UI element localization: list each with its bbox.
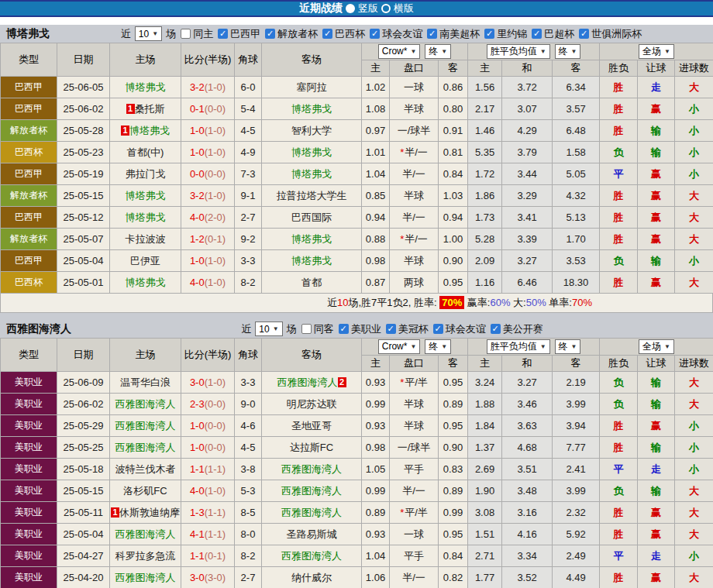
team-link[interactable]: 明尼苏达联 bbox=[287, 398, 337, 410]
league-filter-checkbox[interactable]: ✓世俱洲际杯 bbox=[579, 27, 643, 41]
league-filter-checkbox[interactable]: ✓南美超杯 bbox=[427, 27, 481, 41]
league-filter-checkbox[interactable]: ✓美冠杯 bbox=[386, 322, 430, 336]
scope-select[interactable]: 全场▼ bbox=[639, 44, 674, 59]
team-link[interactable]: 西雅图海湾人 bbox=[115, 420, 176, 432]
handicap-result-cell: 赢 bbox=[638, 415, 675, 437]
games-count-select[interactable]: 10▼ bbox=[255, 322, 282, 336]
checkbox-checked-icon[interactable]: ✓ bbox=[484, 29, 494, 39]
checkbox-checked-icon[interactable]: ✓ bbox=[265, 29, 275, 39]
team-link[interactable]: 西雅图海湾人 bbox=[277, 377, 338, 388]
team-link[interactable]: 西雅图海湾人 bbox=[115, 398, 176, 410]
team-link[interactable]: 首都 bbox=[301, 277, 322, 288]
checkbox-checked-icon[interactable]: ✓ bbox=[532, 29, 542, 39]
radio-unselected-icon[interactable] bbox=[381, 4, 391, 13]
checkbox-unchecked-icon[interactable] bbox=[181, 29, 191, 39]
team-link[interactable]: 巴伊亚 bbox=[130, 255, 160, 266]
team-link[interactable]: 达拉斯FC bbox=[290, 442, 333, 453]
team-link[interactable]: 智利大学 bbox=[291, 125, 332, 136]
team-link[interactable]: 圣路易斯城 bbox=[287, 528, 337, 540]
avg-win-cell: 2.71 bbox=[468, 545, 502, 567]
team-link[interactable]: 博塔弗戈 bbox=[291, 146, 332, 158]
league-filter-checkbox[interactable]: ✓巴超杯 bbox=[532, 27, 576, 41]
checkbox-checked-icon[interactable]: ✓ bbox=[427, 29, 437, 39]
team-link[interactable]: 卡拉波波 bbox=[126, 233, 166, 245]
header-col-away: 客场 bbox=[262, 43, 362, 77]
checkbox-checked-icon[interactable]: ✓ bbox=[339, 324, 349, 334]
team-link[interactable]: 西雅图海湾人 bbox=[115, 442, 176, 453]
checkbox-checked-icon[interactable]: ✓ bbox=[579, 29, 589, 39]
header-result-handicap: 让球 bbox=[638, 60, 675, 77]
team-link[interactable]: 桑托斯 bbox=[135, 103, 165, 115]
team-link[interactable]: 西雅图海湾人 bbox=[115, 572, 176, 583]
league-filter-checkbox[interactable]: ✓巴西甲 bbox=[218, 27, 262, 41]
avg-stage-select[interactable]: 终▼ bbox=[555, 44, 581, 59]
team-link[interactable]: 首都(中) bbox=[127, 146, 164, 158]
focus-team-cell: 博塔弗戈 bbox=[110, 272, 181, 294]
team-link[interactable]: 温哥华白浪 bbox=[120, 377, 170, 388]
checkbox-unchecked-icon[interactable] bbox=[301, 324, 312, 334]
team-link[interactable]: 塞阿拉 bbox=[297, 81, 327, 93]
team-link[interactable]: 巴西国际 bbox=[291, 211, 332, 223]
odds-handicap-cell: 半球 bbox=[390, 98, 439, 120]
chevron-down-icon: ▼ bbox=[664, 343, 670, 350]
team-link[interactable]: 博塔弗戈 bbox=[126, 211, 166, 223]
checkbox-checked-icon[interactable]: ✓ bbox=[386, 324, 396, 334]
avg-draw-cell: 3.44 bbox=[502, 163, 553, 185]
league-filter-checkbox[interactable]: ✓解放者杯 bbox=[265, 27, 319, 41]
team-link[interactable]: 博塔弗戈 bbox=[126, 277, 166, 288]
team-link[interactable]: 西雅图海湾人 bbox=[281, 463, 342, 475]
layout-radio-vertical[interactable]: 竖版 bbox=[346, 2, 378, 15]
checkbox-checked-icon[interactable]: ✓ bbox=[218, 29, 228, 39]
odds-company-select[interactable]: Crow*▼ bbox=[378, 339, 421, 354]
avg-type-select[interactable]: 胜平负均值▼ bbox=[487, 339, 550, 354]
team-link[interactable]: 博塔弗戈 bbox=[291, 168, 332, 180]
team-link[interactable]: 西雅图海湾人 bbox=[281, 485, 342, 497]
table-row: 美职业25-04-20西雅图海湾人3-0(3-0)2-7纳什威尔1.06半/一0… bbox=[1, 567, 713, 588]
team-link[interactable]: 洛杉矶FC bbox=[123, 485, 167, 497]
team-link[interactable]: 拉普拉塔大学生 bbox=[277, 190, 347, 201]
team-link[interactable]: 博塔弗戈 bbox=[291, 255, 332, 266]
team-link[interactable]: 科罗拉多急流 bbox=[115, 550, 176, 562]
odds-stage-select[interactable]: 终▼ bbox=[425, 44, 451, 59]
odds-handicap-cell: 半球 bbox=[390, 250, 439, 272]
avg-lose-cell: 2.32 bbox=[553, 502, 600, 524]
team-link[interactable]: 西雅图海湾人 bbox=[115, 528, 176, 540]
layout-radio-horizontal[interactable]: 横版 bbox=[381, 2, 414, 15]
odds-handicap-cell: 一/球半 bbox=[390, 120, 439, 142]
same-venue-checkbox[interactable]: 同主 bbox=[181, 27, 215, 41]
odds-stage-select[interactable]: 终▼ bbox=[425, 339, 451, 354]
odds-company-select[interactable]: Crow*▼ bbox=[378, 44, 421, 59]
team-link[interactable]: 博塔弗戈 bbox=[129, 125, 170, 136]
table-row: 美职业25-04-27科罗拉多急流1-1(0-1)8-2西雅图海湾人1.04平手… bbox=[1, 545, 713, 567]
avg-stage-select[interactable]: 终▼ bbox=[555, 339, 581, 354]
same-venue-checkbox[interactable]: 同客 bbox=[301, 322, 336, 336]
avg-type-select[interactable]: 胜平负均值▼ bbox=[487, 44, 550, 59]
league-filter-checkbox[interactable]: ✓美职业 bbox=[339, 322, 383, 336]
team-link[interactable]: 波特兰伐木者 bbox=[115, 463, 176, 475]
team-link[interactable]: 博塔弗戈 bbox=[291, 233, 332, 245]
team-link[interactable]: 弗拉门戈 bbox=[126, 168, 166, 180]
scope-select[interactable]: 全场▼ bbox=[639, 339, 674, 354]
half-score: (1-0) bbox=[205, 377, 226, 388]
checkbox-checked-icon[interactable]: ✓ bbox=[322, 29, 332, 39]
full-score: 3-0 bbox=[190, 572, 205, 583]
team-link[interactable]: 圣地亚哥 bbox=[291, 420, 332, 432]
team-link[interactable]: 纳什威尔 bbox=[291, 572, 332, 583]
team-link[interactable]: 西雅图海湾人 bbox=[281, 507, 342, 518]
team-link[interactable]: 博塔弗戈 bbox=[126, 81, 166, 93]
team-link[interactable]: 休斯敦迪纳摩 bbox=[119, 507, 180, 518]
league-filter-checkbox[interactable]: ✓里约锦 bbox=[484, 27, 529, 41]
radio-selected-icon[interactable] bbox=[346, 4, 355, 13]
league-filter-checkbox[interactable]: ✓球会友谊 bbox=[433, 322, 487, 336]
checkbox-checked-icon[interactable]: ✓ bbox=[433, 324, 443, 334]
league-filter-checkbox[interactable]: ✓美公开赛 bbox=[491, 322, 545, 336]
team-link[interactable]: 博塔弗戈 bbox=[126, 190, 166, 201]
team-link[interactable]: 博塔弗戈 bbox=[291, 103, 332, 115]
games-count-select[interactable]: 10▼ bbox=[135, 26, 162, 41]
league-filter-checkbox[interactable]: ✓球会友谊 bbox=[370, 27, 424, 41]
checkbox-checked-icon[interactable]: ✓ bbox=[491, 324, 501, 334]
checkbox-checked-icon[interactable]: ✓ bbox=[370, 29, 380, 39]
team-link[interactable]: 西雅图海湾人 bbox=[281, 550, 342, 562]
league-filter-checkbox[interactable]: ✓巴西杯 bbox=[322, 27, 367, 41]
odds-away-cell: 0.89 bbox=[439, 480, 468, 502]
